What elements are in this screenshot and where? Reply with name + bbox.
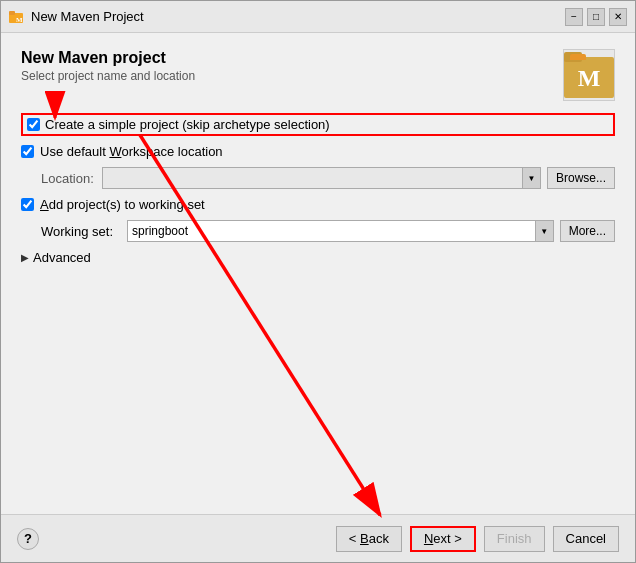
page-title: New Maven project (21, 49, 195, 67)
maven-logo: M (563, 49, 615, 101)
working-set-select-wrapper: springboot ▼ (127, 220, 554, 242)
simple-project-row: Create a simple project (skip archetype … (21, 113, 615, 136)
working-set-label: Working set: (41, 224, 121, 239)
add-working-set-checkbox[interactable] (21, 198, 34, 211)
dialog-title: New Maven Project (31, 9, 144, 24)
close-button[interactable]: ✕ (609, 8, 627, 26)
maximize-button[interactable]: □ (587, 8, 605, 26)
dialog-icon: M (9, 9, 25, 25)
next-button[interactable]: Next > (410, 526, 476, 552)
header-text: New Maven project Select project name an… (21, 49, 195, 83)
simple-project-label: Create a simple project (skip archetype … (45, 117, 330, 132)
location-dropdown-arrow[interactable]: ▼ (522, 168, 540, 188)
browse-button[interactable]: Browse... (547, 167, 615, 189)
default-workspace-checkbox[interactable] (21, 145, 34, 158)
svg-rect-1 (9, 11, 15, 15)
dialog-content: New Maven project Select project name an… (1, 33, 635, 514)
default-workspace-row: Use default Workspace location (21, 144, 615, 159)
header-row: New Maven project Select project name an… (21, 49, 615, 101)
cancel-button[interactable]: Cancel (553, 526, 619, 552)
footer-left: ? (17, 528, 39, 550)
more-button[interactable]: More... (560, 220, 615, 242)
title-bar: M New Maven Project − □ ✕ (1, 1, 635, 33)
new-maven-project-dialog: M New Maven Project − □ ✕ New Maven proj… (0, 0, 636, 563)
working-set-value: springboot (128, 224, 535, 238)
working-set-row: Working set: springboot ▼ More... (41, 220, 615, 242)
location-label: Location: (41, 171, 96, 186)
content-spacer (21, 277, 615, 498)
default-workspace-label: Use default Workspace location (40, 144, 223, 159)
location-row: Location: ▼ Browse... (41, 167, 615, 189)
minimize-button[interactable]: − (565, 8, 583, 26)
simple-project-checkbox[interactable] (27, 118, 40, 131)
page-subtitle: Select project name and location (21, 69, 195, 83)
folder-tab (570, 54, 586, 60)
advanced-expand-icon: ▶ (21, 252, 29, 263)
footer-right: < Back Next > Finish Cancel (336, 526, 619, 552)
dialog-footer: ? < Back Next > Finish Cancel (1, 514, 635, 562)
svg-text:M: M (578, 65, 601, 91)
add-working-set-row: Add project(s) to working set (21, 197, 615, 212)
finish-button[interactable]: Finish (484, 526, 545, 552)
options-section: Create a simple project (skip archetype … (21, 113, 615, 265)
advanced-row[interactable]: ▶ Advanced (21, 250, 615, 265)
working-set-dropdown-arrow[interactable]: ▼ (535, 221, 553, 241)
title-bar-controls: − □ ✕ (565, 8, 627, 26)
help-button[interactable]: ? (17, 528, 39, 550)
location-input-wrapper: ▼ (102, 167, 541, 189)
advanced-label: Advanced (33, 250, 91, 265)
location-input[interactable] (103, 168, 522, 188)
add-working-set-label: Add project(s) to working set (40, 197, 205, 212)
title-bar-left: M New Maven Project (9, 9, 144, 25)
back-button[interactable]: < Back (336, 526, 402, 552)
svg-text:M: M (16, 16, 23, 24)
